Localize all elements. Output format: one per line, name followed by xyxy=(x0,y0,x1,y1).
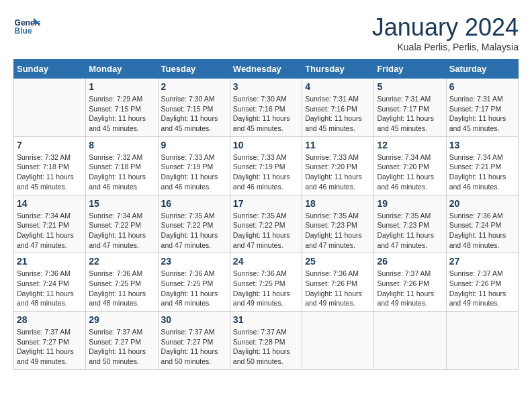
cell-sun-info: Sunrise: 7:33 AM Sunset: 7:19 PM Dayligh… xyxy=(161,152,227,192)
calendar-cell: 26Sunrise: 7:37 AM Sunset: 7:26 PM Dayli… xyxy=(374,253,446,312)
calendar-cell: 20Sunrise: 7:36 AM Sunset: 7:24 PM Dayli… xyxy=(446,195,518,253)
cell-sun-info: Sunrise: 7:36 AM Sunset: 7:26 PM Dayligh… xyxy=(305,269,371,308)
day-number: 18 xyxy=(305,198,371,209)
cell-sun-info: Sunrise: 7:32 AM Sunset: 7:18 PM Dayligh… xyxy=(89,152,154,192)
calendar-cell xyxy=(446,312,518,370)
cell-sun-info: Sunrise: 7:36 AM Sunset: 7:25 PM Dayligh… xyxy=(161,269,227,308)
calendar-week-row: 1Sunrise: 7:29 AM Sunset: 7:15 PM Daylig… xyxy=(14,79,519,137)
day-number: 8 xyxy=(89,140,154,150)
cell-sun-info: Sunrise: 7:36 AM Sunset: 7:25 PM Dayligh… xyxy=(89,269,154,308)
calendar-cell: 8Sunrise: 7:32 AM Sunset: 7:18 PM Daylig… xyxy=(86,136,158,195)
col-header-tuesday: Tuesday xyxy=(158,60,230,79)
cell-sun-info: Sunrise: 7:37 AM Sunset: 7:28 PM Dayligh… xyxy=(233,327,299,367)
calendar-cell: 31Sunrise: 7:37 AM Sunset: 7:28 PM Dayli… xyxy=(230,312,302,370)
col-header-thursday: Thursday xyxy=(302,60,374,79)
day-number: 21 xyxy=(17,256,83,267)
calendar-cell: 14Sunrise: 7:34 AM Sunset: 7:21 PM Dayli… xyxy=(14,195,86,253)
cell-sun-info: Sunrise: 7:37 AM Sunset: 7:26 PM Dayligh… xyxy=(449,269,515,308)
calendar-cell: 9Sunrise: 7:33 AM Sunset: 7:19 PM Daylig… xyxy=(158,136,230,195)
cell-sun-info: Sunrise: 7:34 AM Sunset: 7:22 PM Dayligh… xyxy=(89,211,154,250)
calendar-cell: 24Sunrise: 7:36 AM Sunset: 7:25 PM Dayli… xyxy=(230,253,302,312)
col-header-monday: Monday xyxy=(86,60,158,79)
day-number: 25 xyxy=(305,256,371,267)
calendar-cell: 27Sunrise: 7:37 AM Sunset: 7:26 PM Dayli… xyxy=(446,253,518,312)
calendar-cell: 25Sunrise: 7:36 AM Sunset: 7:26 PM Dayli… xyxy=(302,253,374,312)
cell-sun-info: Sunrise: 7:34 AM Sunset: 7:21 PM Dayligh… xyxy=(17,211,83,250)
day-number: 24 xyxy=(233,256,299,267)
col-header-saturday: Saturday xyxy=(446,60,518,79)
day-number: 30 xyxy=(161,314,227,325)
day-number: 29 xyxy=(89,314,154,325)
day-number: 16 xyxy=(161,198,227,209)
col-header-sunday: Sunday xyxy=(14,60,86,79)
calendar-cell: 19Sunrise: 7:35 AM Sunset: 7:23 PM Dayli… xyxy=(374,195,446,253)
cell-sun-info: Sunrise: 7:33 AM Sunset: 7:20 PM Dayligh… xyxy=(305,152,371,192)
calendar-cell: 12Sunrise: 7:34 AM Sunset: 7:20 PM Dayli… xyxy=(374,136,446,195)
cell-sun-info: Sunrise: 7:37 AM Sunset: 7:27 PM Dayligh… xyxy=(161,327,227,367)
calendar-cell: 16Sunrise: 7:35 AM Sunset: 7:22 PM Dayli… xyxy=(158,195,230,253)
day-number: 2 xyxy=(161,81,227,92)
day-number: 9 xyxy=(161,140,227,150)
title-block: January 2024 Kuala Perlis, Perlis, Malay… xyxy=(372,13,519,52)
cell-sun-info: Sunrise: 7:36 AM Sunset: 7:24 PM Dayligh… xyxy=(449,211,515,250)
calendar-cell: 1Sunrise: 7:29 AM Sunset: 7:15 PM Daylig… xyxy=(86,79,158,137)
calendar-cell: 30Sunrise: 7:37 AM Sunset: 7:27 PM Dayli… xyxy=(158,312,230,370)
cell-sun-info: Sunrise: 7:32 AM Sunset: 7:18 PM Dayligh… xyxy=(17,152,83,192)
logo: General Blue xyxy=(13,13,42,40)
day-number: 14 xyxy=(17,198,83,209)
day-number: 22 xyxy=(89,256,154,267)
col-header-wednesday: Wednesday xyxy=(230,60,302,79)
calendar-cell: 5Sunrise: 7:31 AM Sunset: 7:17 PM Daylig… xyxy=(374,79,446,137)
calendar-cell: 6Sunrise: 7:31 AM Sunset: 7:17 PM Daylig… xyxy=(446,79,518,137)
calendar-week-row: 14Sunrise: 7:34 AM Sunset: 7:21 PM Dayli… xyxy=(14,195,519,253)
cell-sun-info: Sunrise: 7:35 AM Sunset: 7:23 PM Dayligh… xyxy=(305,211,371,250)
calendar-cell: 23Sunrise: 7:36 AM Sunset: 7:25 PM Dayli… xyxy=(158,253,230,312)
calendar-cell: 3Sunrise: 7:30 AM Sunset: 7:16 PM Daylig… xyxy=(230,79,302,137)
cell-sun-info: Sunrise: 7:36 AM Sunset: 7:24 PM Dayligh… xyxy=(17,269,83,308)
calendar-cell: 7Sunrise: 7:32 AM Sunset: 7:18 PM Daylig… xyxy=(14,136,86,195)
day-number: 31 xyxy=(233,314,299,325)
calendar-week-row: 7Sunrise: 7:32 AM Sunset: 7:18 PM Daylig… xyxy=(14,136,519,195)
calendar-cell xyxy=(302,312,374,370)
calendar-cell: 10Sunrise: 7:33 AM Sunset: 7:19 PM Dayli… xyxy=(230,136,302,195)
cell-sun-info: Sunrise: 7:35 AM Sunset: 7:22 PM Dayligh… xyxy=(233,211,299,250)
cell-sun-info: Sunrise: 7:34 AM Sunset: 7:21 PM Dayligh… xyxy=(449,152,515,192)
calendar-cell: 21Sunrise: 7:36 AM Sunset: 7:24 PM Dayli… xyxy=(14,253,86,312)
calendar-cell: 2Sunrise: 7:30 AM Sunset: 7:15 PM Daylig… xyxy=(158,79,230,137)
day-number: 19 xyxy=(377,198,443,209)
day-number: 23 xyxy=(161,256,227,267)
day-number: 6 xyxy=(449,81,515,92)
day-number: 20 xyxy=(449,198,515,209)
cell-sun-info: Sunrise: 7:35 AM Sunset: 7:22 PM Dayligh… xyxy=(161,211,227,250)
page-header: General Blue January 2024 Kuala Perlis, … xyxy=(13,13,519,52)
day-number: 10 xyxy=(233,140,299,150)
calendar-cell: 15Sunrise: 7:34 AM Sunset: 7:22 PM Dayli… xyxy=(86,195,158,253)
day-number: 11 xyxy=(305,140,371,150)
day-number: 17 xyxy=(233,198,299,209)
cell-sun-info: Sunrise: 7:29 AM Sunset: 7:15 PM Dayligh… xyxy=(89,94,154,134)
cell-sun-info: Sunrise: 7:33 AM Sunset: 7:19 PM Dayligh… xyxy=(233,152,299,192)
cell-sun-info: Sunrise: 7:30 AM Sunset: 7:15 PM Dayligh… xyxy=(161,94,227,134)
calendar-table: SundayMondayTuesdayWednesdayThursdayFrid… xyxy=(13,59,519,370)
cell-sun-info: Sunrise: 7:36 AM Sunset: 7:25 PM Dayligh… xyxy=(233,269,299,308)
calendar-cell: 17Sunrise: 7:35 AM Sunset: 7:22 PM Dayli… xyxy=(230,195,302,253)
calendar-cell: 28Sunrise: 7:37 AM Sunset: 7:27 PM Dayli… xyxy=(14,312,86,370)
cell-sun-info: Sunrise: 7:35 AM Sunset: 7:23 PM Dayligh… xyxy=(377,211,443,250)
svg-text:Blue: Blue xyxy=(15,26,32,36)
calendar-header-row: SundayMondayTuesdayWednesdayThursdayFrid… xyxy=(14,60,519,79)
day-number: 5 xyxy=(377,81,443,92)
calendar-cell: 11Sunrise: 7:33 AM Sunset: 7:20 PM Dayli… xyxy=(302,136,374,195)
day-number: 28 xyxy=(17,314,83,325)
calendar-cell: 13Sunrise: 7:34 AM Sunset: 7:21 PM Dayli… xyxy=(446,136,518,195)
calendar-cell xyxy=(14,79,86,137)
location: Kuala Perlis, Perlis, Malaysia xyxy=(372,42,519,52)
day-number: 26 xyxy=(377,256,443,267)
cell-sun-info: Sunrise: 7:30 AM Sunset: 7:16 PM Dayligh… xyxy=(233,94,299,134)
calendar-cell: 18Sunrise: 7:35 AM Sunset: 7:23 PM Dayli… xyxy=(302,195,374,253)
calendar-cell xyxy=(374,312,446,370)
day-number: 7 xyxy=(17,140,83,150)
calendar-cell: 4Sunrise: 7:31 AM Sunset: 7:16 PM Daylig… xyxy=(302,79,374,137)
cell-sun-info: Sunrise: 7:34 AM Sunset: 7:20 PM Dayligh… xyxy=(377,152,443,192)
day-number: 1 xyxy=(89,81,154,92)
day-number: 27 xyxy=(449,256,515,267)
